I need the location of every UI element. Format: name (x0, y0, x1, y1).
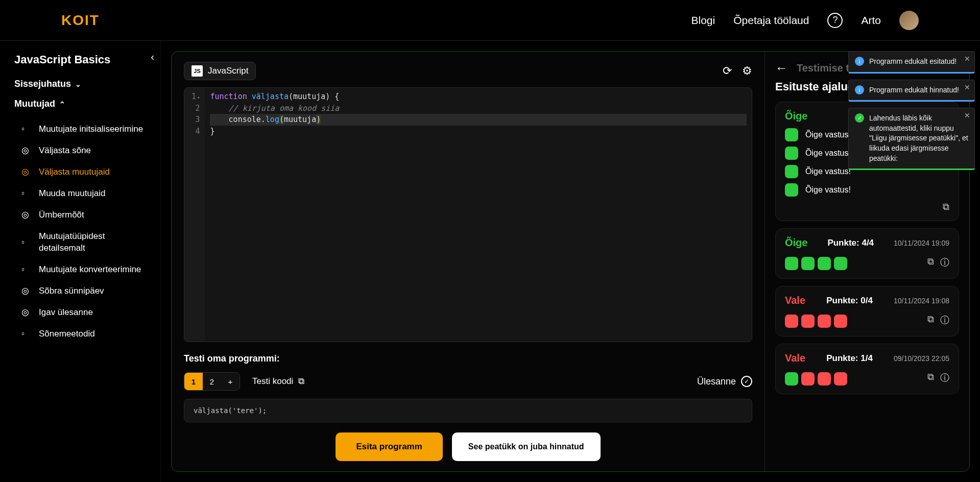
submission-card-1[interactable]: Õige Punkte: 4/4 10/11/2024 19:09 ⧉ (775, 228, 959, 279)
refresh-icon[interactable]: ⟳ (723, 64, 732, 78)
points-label: Punkte: 1/4 (826, 353, 873, 364)
collapse-sidebar-icon[interactable]: ‹ (151, 51, 154, 63)
points-label: Punkte: 0/4 (826, 296, 873, 306)
check-circle-icon: ◎ (21, 307, 32, 318)
lesson-item-0[interactable]: ▫ Muutujate initsialiseerimine (14, 118, 146, 140)
test-row: 1 2 + Testi koodi ⧉ Ülesanne ✓ (184, 372, 752, 391)
dots-row (785, 257, 847, 270)
avatar[interactable] (899, 11, 919, 30)
toast-text: Programm edukalt hinnatud! (869, 85, 959, 95)
lesson-item-5[interactable]: ▫ Muutujatüüpidest detailsemalt (14, 226, 146, 258)
result-dot-icon (785, 315, 798, 328)
lesson-item-8[interactable]: ◎ Igav ülesanne (14, 302, 146, 323)
back-arrow-icon[interactable]: ← (775, 61, 787, 75)
section-vars[interactable]: Muutujad ⌃ (14, 99, 146, 109)
toast-success: ✕ ✓ Lahendus läbis kõik automaattestid, … (848, 108, 975, 170)
lesson-item-7[interactable]: ◎ Sõbra sünnipäev (14, 280, 146, 302)
language-badge[interactable]: JS JavaScript (184, 62, 256, 80)
submission-card-2[interactable]: Vale Punkte: 0/4 10/11/2024 19:08 ⧉ (775, 286, 959, 336)
code-body[interactable]: function väljasta(muutuja) { // kirjuta … (205, 88, 752, 342)
user-name[interactable]: Arto (861, 14, 881, 27)
close-icon[interactable]: ✕ (964, 83, 970, 91)
tab-1[interactable]: 1 (184, 373, 203, 390)
result-dot-icon (801, 315, 815, 328)
copy-icon[interactable]: ⧉ (943, 202, 949, 212)
logo[interactable]: KOIT (61, 12, 100, 29)
info-icon[interactable]: ⓘ (940, 314, 949, 326)
nav-blogi[interactable]: Blogi (691, 14, 715, 27)
line-gutter: 1 2 3 4 (184, 88, 205, 342)
document-icon: ▫ (21, 328, 32, 340)
already-graded-button[interactable]: See peatükk on juba hinnatud (452, 432, 601, 461)
lesson-label: Sõnemeetodid (39, 328, 95, 340)
lesson-label: Muutujate konverteerimine (39, 264, 141, 275)
copy-icon[interactable]: ⧉ (927, 314, 934, 326)
submit-button[interactable]: Esita programm (336, 432, 442, 461)
status-label: Õige (785, 237, 807, 249)
code-editor[interactable]: 1 2 3 4 function väljasta(muutuja) { // … (184, 87, 752, 342)
result-dot-icon (818, 257, 831, 270)
result-dot-icon (801, 372, 815, 385)
result-dot-icon (834, 257, 847, 270)
tab-group: 1 2 + (184, 372, 240, 391)
lesson-item-6[interactable]: ▫ Muutujate konverteerimine (14, 259, 146, 280)
timestamp: 09/10/2023 22:05 (894, 354, 949, 363)
copy-icon[interactable]: ⧉ (927, 372, 934, 384)
lesson-label: Muutujate initsialiseerimine (39, 124, 143, 135)
dots-row (785, 372, 847, 385)
info-icon[interactable]: ⓘ (940, 256, 949, 269)
line-number: 1 (192, 91, 200, 103)
language-label: JavaScript (208, 66, 248, 76)
lesson-item-2[interactable]: ◎ Väljasta muutujaid (14, 161, 146, 183)
info-icon[interactable]: ⓘ (940, 372, 949, 384)
lesson-item-3[interactable]: ▫ Muuda muutujaid (14, 183, 146, 204)
toast-info-2: ✕ i Programm edukalt hinnatud! (848, 80, 975, 102)
check-circle-icon: ◎ (21, 209, 32, 221)
header: KOIT Blogi Õpetaja töölaud ? Arto (0, 0, 980, 41)
check-circle-icon: ◎ (21, 166, 32, 178)
header-nav: Blogi Õpetaja töölaud ? Arto (691, 11, 919, 30)
lesson-item-1[interactable]: ◎ Väljasta sõne (14, 140, 146, 161)
status-label: Vale (785, 352, 805, 364)
lesson-item-9[interactable]: ▫ Sõnemeetodid (14, 323, 146, 345)
check-icon: ✓ (855, 113, 864, 123)
nav-opetaja[interactable]: Õpetaja töölaud (733, 14, 809, 27)
chevron-down-icon: ⌄ (75, 80, 81, 88)
copy-icon[interactable]: ⧉ (927, 256, 934, 269)
section-intro-label: Sissejuhatus (14, 79, 71, 89)
line-number: 3 (192, 114, 200, 126)
check-circle-icon: ✓ (741, 376, 752, 387)
tab-add[interactable]: + (221, 373, 240, 390)
gear-icon[interactable]: ⚙ (742, 64, 752, 78)
result-dot-icon (834, 315, 847, 328)
line-number: 2 (192, 103, 200, 114)
lesson-item-4[interactable]: ◎ Ümbermõõt (14, 204, 146, 226)
task-button[interactable]: Ülesanne ✓ (697, 376, 752, 387)
check-circle-icon: ◎ (21, 145, 32, 156)
answer-text: Õige vastus! (805, 167, 851, 176)
answer-box-icon (785, 183, 798, 197)
close-icon[interactable]: ✕ (964, 111, 970, 119)
test-input[interactable]: väljasta('tere'); (184, 399, 752, 422)
card-actions: ⧉ (785, 202, 949, 212)
run-test-button[interactable]: Testi koodi ⧉ (252, 376, 304, 387)
submission-header: Vale Punkte: 1/4 09/10/2023 22:05 (785, 352, 949, 364)
param: muutuja (293, 92, 325, 101)
line-number: 4 (192, 126, 200, 137)
info-icon: i (855, 57, 864, 66)
card-actions: ⧉ ⓘ (927, 314, 949, 326)
answer-box-icon (785, 128, 798, 141)
run-test-label: Testi koodi (252, 376, 293, 387)
card-actions: ⧉ ⓘ (927, 372, 949, 384)
submission-card-3[interactable]: Vale Punkte: 1/4 09/10/2023 22:05 ⧉ (775, 344, 959, 394)
section-intro[interactable]: Sissejuhatus ⌄ (14, 79, 146, 89)
help-icon[interactable]: ? (827, 13, 843, 28)
answer-text: Õige vastus! (805, 185, 851, 195)
close-icon[interactable]: ✕ (964, 55, 970, 63)
tab-2[interactable]: 2 (203, 373, 221, 390)
answer-text: Õige vastus! (805, 149, 851, 158)
object: console. (210, 115, 265, 124)
document-icon: ▫ (21, 237, 32, 248)
test-section: Testi oma programmi: 1 2 + Testi koodi ⧉ (184, 353, 752, 461)
info-icon: i (855, 85, 864, 94)
